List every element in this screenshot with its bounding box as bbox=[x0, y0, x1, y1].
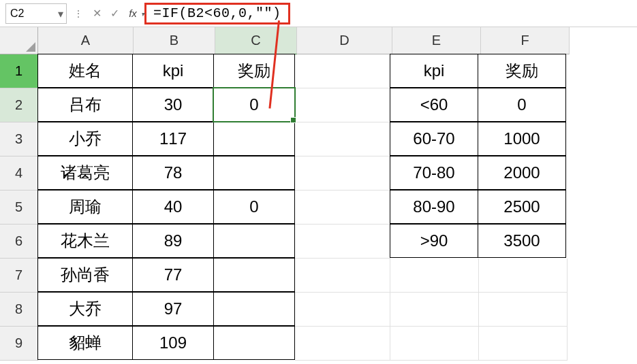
cell-A7[interactable]: 孙尚香 bbox=[37, 258, 133, 292]
name-box[interactable]: C2 ▾ bbox=[5, 3, 67, 24]
cell-B1[interactable]: kpi bbox=[132, 54, 214, 88]
cell-E5[interactable]: 80-90 bbox=[390, 190, 478, 224]
cell-E4[interactable]: 70-80 bbox=[390, 156, 478, 190]
cell-B5[interactable]: 40 bbox=[132, 190, 214, 224]
cell-C7[interactable] bbox=[213, 258, 295, 292]
column-header-E[interactable]: E bbox=[392, 27, 481, 54]
row-header-9[interactable]: 9 bbox=[0, 327, 38, 361]
cell-A8[interactable]: 大乔 bbox=[37, 292, 133, 326]
chevron-down-icon: ▾ bbox=[141, 10, 144, 18]
cell-F9[interactable] bbox=[479, 327, 568, 361]
cell-C8[interactable] bbox=[213, 292, 295, 326]
cell-C6[interactable] bbox=[213, 224, 295, 258]
row-header-6[interactable]: 6 bbox=[0, 225, 38, 259]
column-header-D[interactable]: D bbox=[297, 27, 392, 54]
cell-E6[interactable]: >90 bbox=[390, 224, 478, 258]
cell-A5[interactable]: 周瑜 bbox=[37, 190, 133, 224]
column-header-A[interactable]: A bbox=[38, 27, 134, 54]
divider-dots-icon: ⋮ bbox=[71, 8, 86, 19]
cell-C3[interactable] bbox=[213, 122, 295, 156]
column-header-C[interactable]: C bbox=[215, 27, 297, 54]
cell-E3[interactable]: 60-70 bbox=[390, 122, 478, 156]
cell-D2[interactable] bbox=[295, 88, 390, 122]
cancel-formula-icon[interactable]: ✕ bbox=[90, 7, 104, 20]
column-headers: ABCDEF bbox=[38, 27, 570, 54]
cell-B3[interactable]: 117 bbox=[132, 122, 214, 156]
row-header-3[interactable]: 3 bbox=[0, 122, 38, 156]
accept-formula-icon[interactable]: ✓ bbox=[108, 7, 121, 20]
cell-E9[interactable] bbox=[390, 327, 479, 361]
row-header-4[interactable]: 4 bbox=[0, 156, 38, 191]
cell-E8[interactable] bbox=[390, 293, 479, 327]
cell-E7[interactable] bbox=[390, 259, 479, 293]
cell-A1[interactable]: 姓名 bbox=[37, 54, 133, 88]
cell-F4[interactable]: 2000 bbox=[478, 156, 566, 190]
cell-D5[interactable] bbox=[295, 191, 390, 225]
cell-F7[interactable] bbox=[479, 259, 568, 293]
cell-grid: 姓名kpi奖励kpi奖励吕布300<600小乔11760-701000诸葛亮78… bbox=[38, 54, 568, 361]
cell-D4[interactable] bbox=[295, 156, 390, 191]
cell-A2[interactable]: 吕布 bbox=[37, 88, 133, 122]
cell-E1[interactable]: kpi bbox=[390, 54, 478, 88]
row-headers: 123456789 bbox=[0, 54, 38, 361]
select-all-corner[interactable] bbox=[0, 27, 38, 54]
cell-B7[interactable]: 77 bbox=[132, 258, 214, 292]
cell-B9[interactable]: 109 bbox=[132, 326, 214, 360]
cell-C2[interactable]: 0 bbox=[213, 88, 295, 122]
cell-D6[interactable] bbox=[295, 225, 390, 259]
row-header-5[interactable]: 5 bbox=[0, 191, 38, 225]
cell-F1[interactable]: 奖励 bbox=[478, 54, 566, 88]
cell-C4[interactable] bbox=[213, 156, 295, 190]
name-box-value: C2 bbox=[10, 7, 24, 20]
row-header-8[interactable]: 8 bbox=[0, 293, 38, 327]
cell-C1[interactable]: 奖励 bbox=[213, 54, 295, 88]
chevron-down-icon: ▾ bbox=[58, 7, 63, 20]
cell-F2[interactable]: 0 bbox=[478, 88, 566, 122]
cell-A4[interactable]: 诸葛亮 bbox=[37, 156, 133, 190]
cell-D1[interactable] bbox=[295, 54, 390, 88]
row-header-1[interactable]: 1 bbox=[0, 54, 38, 88]
formula-bar: C2 ▾ ⋮ ✕ ✓ fx▾ =IF(B2<60,0,"") bbox=[0, 0, 637, 27]
cell-F3[interactable]: 1000 bbox=[478, 122, 566, 156]
cell-A3[interactable]: 小乔 bbox=[37, 122, 133, 156]
cell-D7[interactable] bbox=[295, 259, 390, 293]
cell-F6[interactable]: 3500 bbox=[478, 224, 566, 258]
cell-D9[interactable] bbox=[295, 327, 390, 361]
cell-E2[interactable]: <60 bbox=[390, 88, 478, 122]
cell-A9[interactable]: 貂蝉 bbox=[37, 326, 133, 360]
cell-B8[interactable]: 97 bbox=[132, 292, 214, 326]
column-header-B[interactable]: B bbox=[134, 27, 215, 54]
cell-D3[interactable] bbox=[295, 122, 390, 156]
cell-C5[interactable]: 0 bbox=[213, 190, 295, 224]
row-header-7[interactable]: 7 bbox=[0, 259, 38, 293]
row-header-2[interactable]: 2 bbox=[0, 88, 38, 122]
cell-B6[interactable]: 89 bbox=[132, 224, 214, 258]
cell-F5[interactable]: 2500 bbox=[478, 190, 566, 224]
cell-A6[interactable]: 花木兰 bbox=[37, 224, 133, 258]
formula-input[interactable]: =IF(B2<60,0,"") bbox=[144, 3, 290, 24]
column-header-F[interactable]: F bbox=[481, 27, 570, 54]
cell-B2[interactable]: 30 bbox=[132, 88, 214, 122]
cell-C9[interactable] bbox=[213, 326, 295, 360]
cell-B4[interactable]: 78 bbox=[132, 156, 214, 190]
cell-D8[interactable] bbox=[295, 293, 390, 327]
formula-text: =IF(B2<60,0,"") bbox=[153, 5, 281, 21]
fx-icon[interactable]: fx▾ bbox=[125, 7, 140, 19]
cell-F8[interactable] bbox=[479, 293, 568, 327]
